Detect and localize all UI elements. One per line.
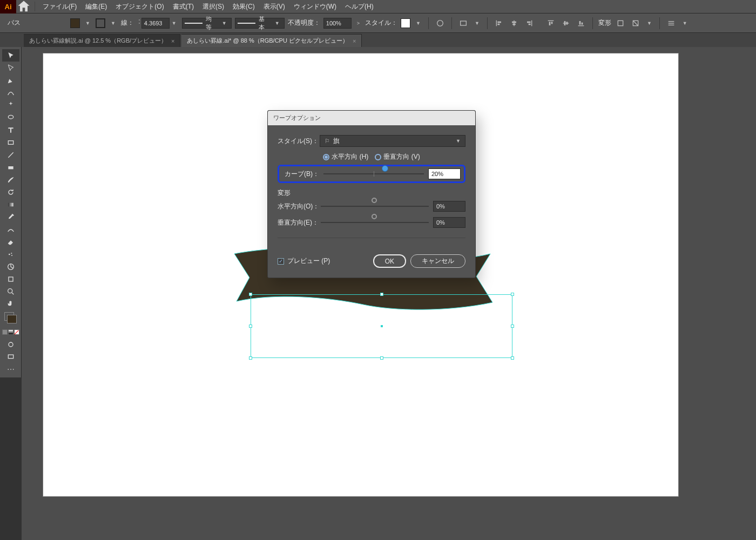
horiz-distort-slider[interactable]	[321, 201, 429, 212]
vert-distort-slider[interactable]	[321, 217, 429, 228]
bbox-handle-e[interactable]	[511, 325, 514, 328]
menu-file[interactable]: ファイル(F)	[38, 0, 81, 14]
menu-window[interactable]: ウィンドウ(W)	[289, 0, 341, 14]
menu-select[interactable]: 選択(S)	[198, 0, 228, 14]
ok-button[interactable]: OK	[373, 254, 406, 268]
edit-toolbar-icon[interactable]: ⋯	[2, 363, 19, 375]
menu-type[interactable]: 書式(T)	[168, 0, 198, 14]
transform-label[interactable]: 変形	[598, 18, 611, 28]
close-icon[interactable]: ×	[353, 38, 356, 44]
radio-horizontal[interactable]: 水平方向 (H)	[323, 152, 368, 161]
gradient-tool[interactable]	[2, 198, 19, 211]
shape-builder-tool[interactable]	[2, 161, 19, 173]
menu-help[interactable]: ヘルプ(H)	[341, 0, 378, 14]
bbox-handle-se[interactable]	[511, 356, 514, 360]
fill-color-box[interactable]	[7, 315, 17, 323]
svg-rect-17	[578, 25, 584, 26]
stroke-swatch-dropdown[interactable]: ▼	[109, 21, 118, 26]
align-vcenter-icon[interactable]	[560, 17, 572, 29]
menubar: Ai ファイル(F) 編集(E) オブジェクト(O) 書式(T) 選択(S) 効…	[0, 0, 756, 14]
hand-tool[interactable]	[2, 298, 19, 310]
align-bottom-icon[interactable]	[575, 17, 587, 29]
canvas-viewport[interactable]: ワープオプション スタイル(S)： ⚐旗 ▼ 水平方向 (H) 垂直方向 (V)…	[22, 47, 756, 540]
fill-stroke-colors[interactable]	[3, 312, 19, 328]
home-icon[interactable]	[16, 0, 31, 14]
bbox-handle-nw[interactable]	[249, 293, 252, 296]
horiz-distort-input[interactable]	[433, 201, 465, 212]
bbox-handle-s[interactable]	[380, 356, 383, 360]
artboard-tool[interactable]	[2, 273, 19, 285]
style-swatch[interactable]	[401, 18, 410, 28]
align-icon[interactable]	[457, 17, 469, 29]
isolate-icon[interactable]	[615, 17, 626, 29]
dialog-title: ワープオプション	[268, 111, 475, 125]
brush-definition[interactable]: 基本▼	[235, 18, 285, 29]
stroke-weight-stepper[interactable]: ˄˅ ▼	[137, 18, 179, 29]
style-dropdown[interactable]: ▼	[414, 21, 423, 26]
selection-tool[interactable]	[2, 49, 19, 62]
bbox-handle-n[interactable]	[380, 293, 383, 296]
fill-swatch-dropdown[interactable]: ▼	[83, 21, 92, 26]
selection-bounding-box[interactable]	[251, 294, 512, 358]
pen-tool[interactable]	[2, 74, 19, 86]
svg-rect-13	[551, 22, 553, 24]
lasso-tool[interactable]	[2, 111, 19, 124]
doc-tab-1[interactable]: あしらい罫線解説.ai @ 12.5 %（RGB/プレビュー） ×	[24, 34, 180, 47]
close-icon[interactable]: ×	[171, 38, 174, 44]
direct-selection-tool[interactable]	[2, 62, 19, 74]
rectangle-tool[interactable]	[2, 136, 19, 148]
graph-tool[interactable]	[2, 260, 19, 273]
align-top-icon[interactable]	[545, 17, 557, 29]
bbox-handle-sw[interactable]	[249, 356, 252, 360]
rotate-tool[interactable]	[2, 186, 19, 198]
svg-rect-25	[668, 24, 674, 25]
menu-object[interactable]: オブジェクト(O)	[111, 0, 168, 14]
svg-rect-34	[9, 277, 13, 281]
bbox-handle-ne[interactable]	[511, 293, 514, 296]
menu-edit[interactable]: 編集(E)	[81, 0, 111, 14]
draw-mode-icon[interactable]	[2, 338, 19, 350]
stroke-profile[interactable]: 均等▼	[182, 18, 232, 29]
distortion-section-label: 変形	[278, 188, 465, 198]
eraser-tool[interactable]	[2, 235, 19, 248]
settings-icon[interactable]	[665, 17, 677, 29]
stroke-swatch[interactable]	[96, 18, 105, 28]
symbol-sprayer-tool[interactable]	[2, 248, 19, 260]
menu-effect[interactable]: 効果(C)	[228, 0, 259, 14]
opacity-dropdown[interactable]: >	[355, 21, 362, 26]
warp-options-dialog: ワープオプション スタイル(S)： ⚐旗 ▼ 水平方向 (H) 垂直方向 (V)…	[267, 110, 476, 278]
bbox-center	[381, 325, 383, 327]
app-icon[interactable]: Ai	[0, 0, 16, 14]
cancel-button[interactable]: キャンセル	[410, 254, 465, 268]
style-select[interactable]: ⚐旗 ▼	[320, 135, 465, 147]
paintbrush-tool[interactable]	[2, 173, 19, 186]
magic-wand-tool[interactable]	[2, 99, 19, 111]
stroke-weight-input[interactable]	[141, 18, 170, 29]
svg-rect-10	[529, 23, 531, 25]
preview-checkbox[interactable]: プレビュー (P)	[278, 256, 330, 266]
type-tool[interactable]	[2, 124, 19, 136]
align-right-icon[interactable]	[523, 17, 535, 29]
curvature-tool[interactable]	[2, 86, 19, 99]
align-left-icon[interactable]	[493, 17, 505, 29]
doc-tab-2[interactable]: あしらい罫線.ai* @ 88 %（RGB/CPU ピクセルプレビュー） ×	[181, 34, 362, 47]
radio-vertical[interactable]: 垂直方向 (V)	[375, 152, 420, 161]
recolor-icon[interactable]	[434, 17, 446, 29]
svg-rect-24	[668, 23, 674, 23]
bend-slider[interactable]	[323, 168, 424, 179]
bend-value-input[interactable]	[428, 168, 461, 179]
line-tool[interactable]	[2, 148, 19, 161]
bbox-handle-w[interactable]	[249, 325, 252, 328]
vert-distort-input[interactable]	[433, 217, 465, 228]
width-tool[interactable]	[2, 223, 19, 235]
screen-mode-icon[interactable]	[2, 350, 19, 363]
eyedropper-tool[interactable]	[2, 211, 19, 223]
shape-icon[interactable]	[630, 17, 642, 29]
fill-swatch[interactable]	[70, 18, 80, 28]
zoom-tool[interactable]	[2, 285, 19, 298]
align-hcenter-icon[interactable]	[508, 17, 520, 29]
svg-rect-4	[497, 23, 500, 25]
opacity-input[interactable]	[323, 18, 352, 29]
menu-view[interactable]: 表示(V)	[259, 0, 289, 14]
color-mode-row[interactable]	[2, 329, 19, 335]
